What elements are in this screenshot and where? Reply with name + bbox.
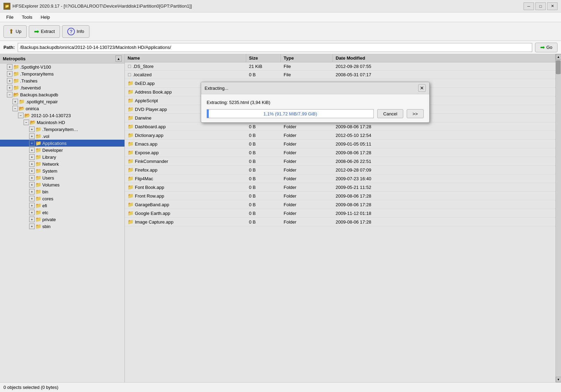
info-label: Info (77, 29, 84, 34)
minimize-button[interactable]: ─ (524, 2, 534, 10)
menu-help[interactable]: Help (37, 14, 53, 21)
extracting-file-text: Extracting: 5235.html (3,94 KiB) (207, 100, 424, 105)
cancel-button[interactable]: Cancel (377, 109, 403, 118)
app-icon: 📁 (3, 3, 10, 10)
modal-overlay: Extracting... ✕ Extracting: 5235.html (3… (0, 54, 561, 382)
go-button[interactable]: ➡ Go (535, 43, 558, 52)
title-bar: 📁 HFSExplorer 2020.9.17 - [\\?\GLOBALROO… (0, 0, 561, 12)
close-button[interactable]: ✕ (547, 2, 558, 10)
extract-button[interactable]: ➡ Extract (29, 25, 60, 38)
go-label: Go (546, 45, 552, 50)
modal-title: Extracting... (205, 86, 228, 91)
maximize-button[interactable]: □ (535, 2, 546, 10)
toolbar: ⬆ Up ➡ Extract ? Info (0, 22, 561, 41)
status-text: 0 objects selected (0 bytes) (3, 385, 58, 390)
info-button[interactable]: ? Info (62, 25, 89, 38)
path-input[interactable] (18, 43, 532, 52)
details-button[interactable]: >> (407, 109, 424, 118)
up-icon: ⬆ (9, 28, 14, 35)
up-button[interactable]: ⬆ Up (3, 25, 27, 38)
extract-icon: ➡ (34, 28, 39, 35)
menu-file[interactable]: File (3, 14, 17, 21)
up-label: Up (16, 29, 21, 34)
extracting-dialog: Extracting... ✕ Extracting: 5235.html (3… (201, 82, 430, 123)
window-controls: ─ □ ✕ (524, 2, 558, 10)
modal-title-bar: Extracting... ✕ (201, 82, 429, 94)
go-icon: ➡ (540, 44, 545, 51)
progress-label: 1,1% (91,72 MiB/7,99 GiB) (207, 110, 373, 118)
modal-close-button[interactable]: ✕ (418, 84, 426, 92)
main-content: Metropolis ▲ + 📁 .Spotlight-V100 + 📁 .Te… (0, 54, 561, 382)
path-label: Path: (3, 45, 15, 50)
progress-bar-container: 1,1% (91,72 MiB/7,99 GiB) (207, 109, 374, 118)
modal-body: Extracting: 5235.html (3,94 KiB) 1,1% (9… (201, 94, 429, 122)
extract-label: Extract (41, 29, 55, 34)
status-bar: 0 objects selected (0 bytes) (0, 382, 561, 392)
info-icon: ? (67, 28, 75, 35)
menu-tools[interactable]: Tools (18, 14, 36, 21)
menu-bar: File Tools Help (0, 12, 561, 22)
window-title: HFSExplorer 2020.9.17 - [\\?\GLOBALROOT\… (12, 3, 192, 9)
progress-row: 1,1% (91,72 MiB/7,99 GiB) Cancel >> (207, 109, 424, 118)
path-bar: Path: ➡ Go (0, 41, 561, 54)
